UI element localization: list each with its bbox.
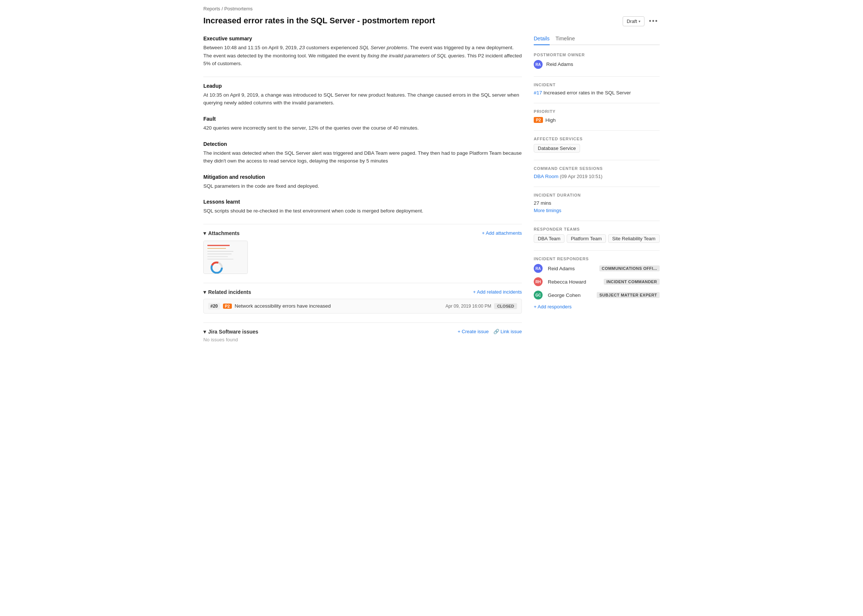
section-body-lessons: SQL scripts should be re-checked in the … xyxy=(203,207,522,215)
chevron-down-icon[interactable]: ▾ xyxy=(203,289,206,295)
affected-services-value: Database Service xyxy=(534,144,660,152)
incident-duration-label: INCIDENT DURATION xyxy=(534,193,660,197)
incident-id-link[interactable]: #17 xyxy=(534,90,542,96)
tab-timeline[interactable]: Timeline xyxy=(556,36,575,45)
chevron-down-icon[interactable]: ▾ xyxy=(203,329,206,335)
link-issue-link[interactable]: 🔗 Link issue xyxy=(493,329,522,334)
section-title-fault: Fault xyxy=(203,116,522,122)
more-options-button[interactable]: ••• xyxy=(647,16,660,27)
jira-title: ▾ Jira Software issues xyxy=(203,329,258,335)
sidebar-command-center: COMMAND CENTER SESSIONS DBA Room (09 Apr… xyxy=(534,166,660,179)
sidebar-incident: INCIDENT #17 Increased error rates in th… xyxy=(534,83,660,96)
team-tag-platform: Platform Team xyxy=(567,234,606,243)
section-mitigation: Mitigation and resolution SQL parameters… xyxy=(203,174,522,190)
section-related-incidents: ▾ Related incidents + Add related incide… xyxy=(203,289,522,314)
role-badge-gc: SUBJECT MATTER EXPERT xyxy=(597,292,660,298)
section-attachments: ▾ Attachments + Add attachments xyxy=(203,230,522,274)
sidebar-incident-duration: INCIDENT DURATION 27 mins More timings xyxy=(534,193,660,213)
related-incident-row: #20 P2 Network accessibility errors have… xyxy=(203,299,522,314)
priority-value: P2 High xyxy=(534,117,556,123)
chevron-down-icon: ▾ xyxy=(639,19,640,23)
responder-row-gc: GC George Cohen SUBJECT MATTER EXPERT xyxy=(534,291,660,300)
section-title-leadup: Leadup xyxy=(203,83,522,89)
incident-name: Network accessibility errors have increa… xyxy=(235,303,443,309)
team-tag-sre: Site Reliability Team xyxy=(608,234,660,243)
responder-avatar-gc: GC xyxy=(534,291,543,300)
incident-value: #17 Increased error rates in the SQL Ser… xyxy=(534,90,660,96)
section-executive-summary: Executive summary Between 10:48 and 11:1… xyxy=(203,36,522,68)
page-title: Increased error rates in the SQL Server … xyxy=(203,16,623,25)
responder-row-ra: RA Reid Adams COMMUNICATIONS OFFI... xyxy=(534,264,660,273)
incident-meta: Apr 09, 2019 16:00 PM CLOSED xyxy=(446,303,517,309)
sidebar-postmortem-owner: POSTMORTEM OWNER RA Reid Adams xyxy=(534,53,660,69)
priority-badge: P2 xyxy=(223,303,231,309)
content-area: Executive summary Between 10:48 and 11:1… xyxy=(203,36,522,351)
responder-avatar-ra: RA xyxy=(534,264,543,273)
breadcrumb-postmortems[interactable]: Postmortems xyxy=(224,6,253,11)
section-title-mitigation: Mitigation and resolution xyxy=(203,174,522,180)
section-body-leadup: At 10:35 on April 9, 2019, a change was … xyxy=(203,91,522,107)
section-body-executive-summary: Between 10:48 and 11:15 on April 9, 2019… xyxy=(203,44,522,68)
service-chip: Database Service xyxy=(534,144,580,152)
attachments-title: ▾ Attachments xyxy=(203,230,239,236)
breadcrumb: Reports / Postmortems xyxy=(203,6,660,11)
attachment-thumbnail[interactable] xyxy=(203,240,248,274)
section-title-lessons: Lessons learnt xyxy=(203,199,522,205)
sidebar-priority: PRIORITY P2 High xyxy=(534,109,660,123)
related-incidents-title: ▾ Related incidents xyxy=(203,289,251,295)
section-title-detection: Detection xyxy=(203,141,522,147)
section-detection: Detection The incident was detected when… xyxy=(203,141,522,165)
incident-id: #20 xyxy=(208,303,220,310)
priority-label: PRIORITY xyxy=(534,109,660,114)
responder-teams-label: RESPONDER TEAMS xyxy=(534,227,660,231)
section-body-detection: The incident was detected when the SQL S… xyxy=(203,149,522,165)
create-issue-link[interactable]: + Create issue xyxy=(457,329,488,334)
section-body-fault: 420 queries were incorrectly sent to the… xyxy=(203,124,522,132)
status-closed-badge: CLOSED xyxy=(494,303,517,309)
sidebar-tabs: Details Timeline xyxy=(534,36,660,45)
more-timings-link[interactable]: More timings xyxy=(534,208,561,213)
incident-responders-label: INCIDENT RESPONDERS xyxy=(534,256,660,261)
team-tags: DBA Team Platform Team Site Reliability … xyxy=(534,234,660,243)
responder-avatar-rh: RH xyxy=(534,277,543,286)
role-badge-ra: COMMUNICATIONS OFFI... xyxy=(599,266,660,271)
status-draft-button[interactable]: Draft ▾ xyxy=(623,16,644,26)
sidebar: Details Timeline POSTMORTEM OWNER RA Rei… xyxy=(534,36,660,351)
command-center-label: COMMAND CENTER SESSIONS xyxy=(534,166,660,171)
sidebar-incident-responders: INCIDENT RESPONDERS RA Reid Adams COMMUN… xyxy=(534,256,660,310)
responder-row-rh: RH Rebecca Howard INCIDENT COMMANDER xyxy=(534,277,660,286)
no-issues-text: No issues found xyxy=(203,337,522,343)
add-attachments-link[interactable]: + Add attachments xyxy=(482,230,522,236)
tab-details[interactable]: Details xyxy=(534,36,550,45)
add-related-incidents-link[interactable]: + Add related incidents xyxy=(473,289,522,295)
incident-duration-value: 27 mins xyxy=(534,200,660,206)
dba-room-link[interactable]: DBA Room xyxy=(534,174,559,179)
postmortem-owner-value: RA Reid Adams xyxy=(534,60,660,69)
sidebar-affected-services: AFFECTED SERVICES Database Service xyxy=(534,137,660,152)
incident-label: INCIDENT xyxy=(534,83,660,87)
section-title-executive-summary: Executive summary xyxy=(203,36,522,41)
responder-name-gc: George Cohen xyxy=(548,292,594,298)
team-tag-dba: DBA Team xyxy=(534,234,564,243)
section-fault: Fault 420 queries were incorrectly sent … xyxy=(203,116,522,132)
breadcrumb-reports[interactable]: Reports xyxy=(203,6,220,11)
section-body-mitigation: SQL parameters in the code are fixed and… xyxy=(203,182,522,190)
role-badge-rh: INCIDENT COMMANDER xyxy=(604,279,660,285)
responder-name-rh: Rebecca Howard xyxy=(548,279,601,285)
owner-avatar: RA xyxy=(534,60,543,69)
affected-services-label: AFFECTED SERVICES xyxy=(534,137,660,141)
section-jira: ▾ Jira Software issues + Create issue 🔗 … xyxy=(203,329,522,343)
section-leadup: Leadup At 10:35 on April 9, 2019, a chan… xyxy=(203,83,522,107)
sidebar-responder-teams: RESPONDER TEAMS DBA Team Platform Team S… xyxy=(534,227,660,243)
command-center-value: DBA Room (09 Apr 2019 10:51) xyxy=(534,174,660,179)
postmortem-owner-label: POSTMORTEM OWNER xyxy=(534,53,660,57)
responder-name-ra: Reid Adams xyxy=(548,266,596,271)
chevron-down-icon[interactable]: ▾ xyxy=(203,230,206,236)
add-responders-link[interactable]: + Add responders xyxy=(534,304,660,310)
p2-priority-badge: P2 xyxy=(534,117,543,123)
section-lessons: Lessons learnt SQL scripts should be re-… xyxy=(203,199,522,215)
